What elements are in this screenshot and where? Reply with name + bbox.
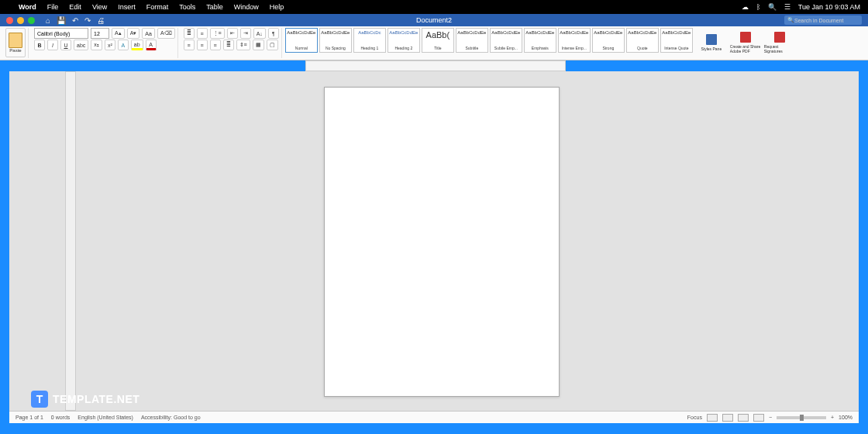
control-center-icon[interactable]: ☰	[784, 3, 790, 11]
brand-logo-icon: T	[31, 391, 48, 408]
style-subtle-emp-[interactable]: AaBbCcDdEeSubtle Emp...	[490, 28, 522, 53]
home-icon[interactable]: ⌂	[46, 16, 50, 25]
font-family-select[interactable]: Calibri (Body)	[34, 28, 88, 39]
multilevel-button[interactable]: ⋮≡	[210, 28, 225, 39]
menu-view[interactable]: View	[92, 3, 107, 11]
request-signatures-button[interactable]: Request Signatures	[764, 28, 795, 57]
vertical-ruler[interactable]	[65, 71, 76, 411]
style-no-spacing[interactable]: AaBbCcDdEeNo Spacing	[319, 28, 352, 53]
menu-format[interactable]: Format	[146, 3, 169, 11]
styles-pane-button[interactable]: Styles Pane	[696, 28, 727, 57]
search-icon[interactable]: 🔍	[768, 3, 777, 11]
menu-edit[interactable]: Edit	[69, 3, 81, 11]
borders-button[interactable]: ▢	[267, 40, 278, 50]
zoom-out-button[interactable]: −	[769, 415, 772, 420]
window-titlebar: ⌂ 💾 ↶ ↷ 🖨 Document2 🔍 Search in Document	[0, 14, 868, 26]
style-subtitle[interactable]: AaBbCcDdEeSubtitle	[456, 28, 488, 53]
zoom-slider[interactable]	[777, 416, 826, 419]
save-icon[interactable]: 💾	[57, 16, 66, 25]
web-layout-view-button[interactable]	[722, 414, 733, 422]
redo-icon[interactable]: ↷	[84, 16, 91, 25]
ribbon: Paste Calibri (Body) 12 A▴ A▾ Aa A⌫ B I …	[0, 26, 868, 60]
maximize-window-button[interactable]	[28, 17, 35, 24]
print-icon[interactable]: 🖨	[97, 16, 105, 25]
dec-indent-button[interactable]: ⇤	[227, 28, 238, 39]
menu-insert[interactable]: Insert	[118, 3, 136, 11]
menu-file[interactable]: File	[47, 3, 59, 11]
style-intense-quote[interactable]: AaBbCcDdEeIntense Quote	[660, 28, 693, 53]
document-title: Document2	[416, 16, 452, 24]
search-glyph-icon: 🔍	[787, 17, 794, 23]
style-strong[interactable]: AaBbCcDdEeStrong	[592, 28, 625, 53]
subscript-button[interactable]: x₂	[91, 40, 102, 50]
change-case-button[interactable]: Aa	[142, 28, 155, 39]
decrease-font-button[interactable]: A▾	[127, 28, 140, 39]
watermark-brand: T TEMPLATE.NET	[31, 391, 140, 408]
menu-window[interactable]: Window	[234, 3, 259, 11]
menu-table[interactable]: Table	[206, 3, 223, 11]
zoom-in-button[interactable]: +	[831, 415, 834, 420]
increase-font-button[interactable]: A▴	[112, 28, 125, 39]
cloud-icon[interactable]: ☁	[742, 3, 749, 11]
font-size-select[interactable]: 12	[91, 28, 109, 39]
shading-button[interactable]: ▦	[253, 40, 264, 50]
clear-format-button[interactable]: A⌫	[157, 28, 175, 39]
menu-tools[interactable]: Tools	[179, 3, 195, 11]
numbering-button[interactable]: ≡	[197, 28, 208, 39]
menu-help[interactable]: Help	[270, 3, 284, 11]
align-left-button[interactable]: ≡	[184, 40, 195, 50]
styles-gallery: AaBbCcDdEeNormalAaBbCcDdEeNo SpacingAaBb…	[285, 28, 693, 58]
strike-button[interactable]: abc	[74, 40, 88, 50]
style-normal[interactable]: AaBbCcDdEeNormal	[285, 28, 318, 53]
bluetooth-icon[interactable]: ᛒ	[756, 3, 760, 11]
align-right-button[interactable]: ≡	[210, 40, 221, 50]
inc-indent-button[interactable]: ⇥	[240, 28, 251, 39]
font-group: Calibri (Body) 12 A▴ A▾ Aa A⌫ B I U abc …	[32, 28, 178, 58]
text-effects-button[interactable]: A	[118, 40, 129, 50]
underline-button[interactable]: U	[60, 40, 71, 50]
align-center-button[interactable]: ≡	[197, 40, 208, 50]
page-indicator[interactable]: Page 1 of 1	[16, 415, 43, 420]
outline-view-button[interactable]	[738, 414, 749, 422]
paragraph-group: ≣ ≡ ⋮≡ ⇤ ⇥ A↓ ¶ ≡ ≡ ≡ ≣ ⇕≡ ▦ ▢	[181, 28, 282, 58]
horizontal-ruler[interactable]	[305, 60, 566, 71]
style-title[interactable]: AaBb(Title	[422, 28, 454, 53]
zoom-level[interactable]: 100%	[839, 415, 852, 420]
quick-access-toolbar: ⌂ 💾 ↶ ↷ 🖨	[46, 16, 105, 25]
justify-button[interactable]: ≣	[223, 40, 234, 50]
minimize-window-button[interactable]	[17, 17, 24, 24]
clipboard-icon	[9, 33, 22, 48]
brand-text: TEMPLATE.NET	[53, 393, 140, 405]
close-window-button[interactable]	[6, 17, 13, 24]
paste-button[interactable]: Paste	[5, 28, 26, 57]
bullets-button[interactable]: ≣	[184, 28, 195, 39]
style-heading-1[interactable]: AaBbCcDcHeading 1	[353, 28, 386, 53]
focus-mode-button[interactable]: Focus	[687, 415, 702, 420]
clock[interactable]: Tue Jan 10 9:03 AM	[798, 3, 860, 11]
signature-icon	[774, 32, 785, 43]
print-layout-view-button[interactable]	[707, 414, 718, 422]
undo-icon[interactable]: ↶	[72, 16, 78, 25]
pane-icon	[706, 34, 717, 45]
highlight-button[interactable]: ab	[131, 40, 143, 50]
style-quote[interactable]: AaBbCcDdEeQuote	[626, 28, 659, 53]
document-page[interactable]	[324, 87, 560, 397]
style-emphasis[interactable]: AaBbCcDdEeEmphasis	[524, 28, 556, 53]
status-bar: Page 1 of 1 0 words English (United Stat…	[9, 411, 859, 423]
sort-button[interactable]: A↓	[253, 28, 266, 39]
italic-button[interactable]: I	[47, 40, 58, 50]
accessibility-indicator[interactable]: Accessibility: Good to go	[141, 415, 201, 420]
line-spacing-button[interactable]: ⇕≡	[236, 40, 250, 50]
style-intense-emp-[interactable]: AaBbCcDdEeIntense Emp...	[558, 28, 591, 53]
document-search[interactable]: 🔍 Search in Document	[784, 16, 862, 25]
superscript-button[interactable]: x²	[105, 40, 115, 50]
draft-view-button[interactable]	[753, 414, 764, 422]
word-count[interactable]: 0 words	[51, 415, 71, 420]
language-indicator[interactable]: English (United States)	[78, 415, 133, 420]
menu-app[interactable]: Word	[19, 3, 36, 11]
style-heading-2[interactable]: AaBbCcDdEeHeading 2	[388, 28, 420, 53]
font-color-button[interactable]: A	[146, 40, 157, 50]
bold-button[interactable]: B	[34, 40, 45, 50]
show-marks-button[interactable]: ¶	[268, 28, 279, 39]
adobe-pdf-button[interactable]: Create and Share Adobe PDF	[730, 28, 761, 57]
